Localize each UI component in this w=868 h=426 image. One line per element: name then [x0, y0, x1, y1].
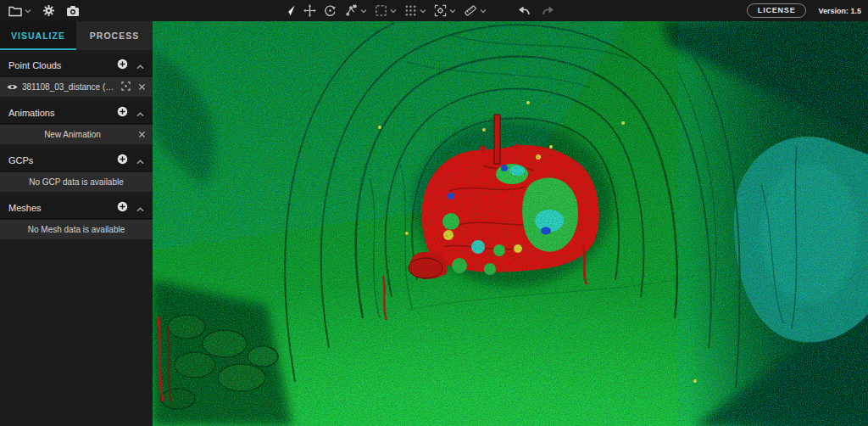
pan-tool-button[interactable] [303, 4, 316, 17]
navigation-arrow-icon [283, 4, 296, 17]
mesh-empty-state: No Mesh data is available [0, 220, 153, 239]
redo-button[interactable] [542, 5, 555, 16]
open-project-button[interactable] [8, 5, 31, 17]
point-grid-tool-button[interactable] [404, 4, 426, 17]
gcp-empty-state: No GCP data is available [0, 172, 153, 192]
focus-settings-icon [434, 4, 447, 17]
plus-circle-icon [117, 106, 128, 120]
application-window: LICENSE Version: 1.5 VISUALIZE PROCESS P… [0, 0, 868, 426]
measure-tool-button[interactable] [464, 4, 487, 17]
undo-button[interactable] [517, 5, 531, 16]
tab-visualize[interactable]: VISUALIZE [0, 21, 76, 50]
eye-icon [7, 81, 18, 93]
license-button[interactable]: LICENSE [747, 3, 807, 18]
gcps-header[interactable]: GCPs [0, 150, 153, 171]
point-cloud-render [153, 21, 868, 426]
gcp-empty-message: No GCP data is available [7, 177, 146, 187]
chevron-up-icon [136, 154, 144, 167]
box-select-tool-button[interactable] [375, 4, 397, 17]
undo-icon [517, 5, 531, 16]
collapse-gcps-button[interactable] [136, 154, 144, 167]
close-icon [138, 128, 146, 141]
chevron-down-icon [420, 8, 426, 14]
point-cloud-list-item[interactable]: 381108_03_distance (scan ... [0, 77, 153, 97]
chevron-up-icon [136, 202, 144, 215]
sidebar-tab-bar: VISUALIZE PROCESS [0, 21, 153, 50]
add-mesh-button[interactable] [117, 201, 128, 215]
collapse-point-clouds-button[interactable] [136, 59, 144, 72]
history-group [517, 0, 555, 21]
camera-icon [66, 5, 80, 17]
pan-move-icon [303, 4, 316, 17]
plus-circle-icon [117, 201, 128, 215]
focus-fit-icon [121, 81, 131, 93]
plus-circle-icon [117, 59, 128, 72]
box-select-icon [375, 4, 387, 17]
chevron-up-icon [136, 107, 144, 120]
section-animations: Animations [0, 103, 153, 144]
visibility-toggle-button[interactable] [7, 81, 18, 93]
gear-icon [42, 4, 55, 17]
section-gcps: GCPs [0, 150, 153, 192]
viewport-tools-group [283, 0, 487, 21]
screenshot-button[interactable] [66, 5, 80, 17]
section-title: Point Clouds [8, 60, 117, 70]
plus-circle-icon [117, 154, 128, 167]
trajectory-lock-icon [344, 4, 358, 17]
point-clouds-header[interactable]: Point Clouds [0, 55, 153, 76]
animation-name: New Animation [7, 130, 138, 139]
settings-button[interactable] [42, 4, 55, 17]
app-info-group: LICENSE Version: 1.5 [747, 0, 861, 21]
folder-icon [8, 5, 22, 17]
section-point-clouds: Point Clouds [0, 55, 153, 97]
viewport-3d[interactable] [153, 21, 868, 426]
chevron-down-icon [480, 8, 487, 14]
top-toolbar: LICENSE Version: 1.5 [0, 0, 868, 21]
section-title: Meshes [8, 203, 117, 213]
measure-ruler-icon [464, 4, 477, 17]
section-title: Animations [8, 108, 117, 118]
close-icon [138, 81, 146, 93]
orbit-rotate-icon [324, 4, 337, 17]
sidebar-sections: Point Clouds [0, 50, 153, 239]
meshes-header[interactable]: Meshes [0, 198, 153, 219]
point-grid-icon [404, 4, 417, 17]
remove-animation-button[interactable] [138, 128, 146, 141]
navigate-tool-button[interactable] [283, 4, 296, 17]
point-cloud-name: 381108_03_distance (scan ... [18, 82, 121, 92]
zoom-to-point-cloud-button[interactable] [121, 81, 131, 93]
version-label: Version: 1.5 [818, 7, 861, 15]
file-tools-group [8, 0, 80, 21]
section-title: GCPs [8, 155, 117, 165]
animations-header[interactable]: Animations [0, 103, 153, 124]
add-gcp-button[interactable] [117, 154, 128, 167]
focus-settings-tool-button[interactable] [434, 4, 456, 17]
add-animation-button[interactable] [117, 106, 128, 120]
chevron-down-icon [390, 8, 397, 14]
collapse-animations-button[interactable] [136, 107, 144, 120]
chevron-down-icon [449, 8, 456, 14]
chevron-up-icon [136, 59, 144, 72]
add-point-cloud-button[interactable] [117, 59, 128, 72]
chevron-down-icon [360, 8, 367, 14]
redo-icon [542, 5, 555, 16]
collapse-meshes-button[interactable] [136, 202, 144, 215]
tab-process[interactable]: PROCESS [76, 21, 153, 50]
left-sidebar: VISUALIZE PROCESS Point Clouds [0, 21, 153, 426]
orbit-tool-button[interactable] [324, 4, 337, 17]
remove-point-cloud-button[interactable] [138, 81, 146, 93]
trajectory-lock-tool-button[interactable] [344, 4, 367, 17]
mesh-empty-message: No Mesh data is available [7, 225, 146, 234]
section-meshes: Meshes [0, 198, 153, 239]
chevron-down-icon [25, 8, 31, 14]
animation-list-item[interactable]: New Animation [0, 125, 153, 144]
